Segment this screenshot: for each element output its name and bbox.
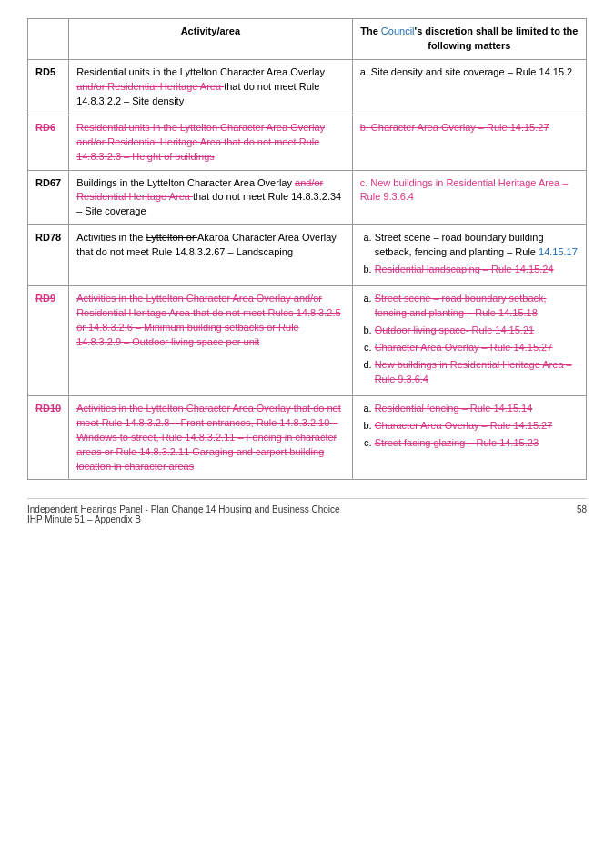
discretion-item: Street scene – road boundary setback, fe… [375, 292, 579, 321]
discretion-cell: a. Site density and site coverage – Rule… [352, 59, 586, 115]
activity-cell: Activities in the Lyttelton Character Ar… [69, 395, 353, 480]
row-id-text: RD78 [35, 232, 61, 243]
discretion-header-text: The Council's discretion shall be limite… [360, 25, 578, 51]
footer-line2: IHP Minute 51 – Appendix B [27, 514, 340, 524]
activity-text: Activities in the Lyttelton Character Ar… [76, 293, 340, 347]
row-id-text: RD5 [35, 66, 55, 77]
discretion-list: Street scene – road boundary setback, fe… [360, 292, 579, 387]
activity-header-text: Activity/area [181, 25, 240, 36]
row-id-text: RD67 [35, 177, 61, 188]
discretion-item: Street scene – road boundary building se… [375, 231, 579, 260]
discretion-item: New buildings in Residential Heritage Ar… [375, 358, 579, 387]
discretion-cell: Street scene – road boundary building se… [352, 225, 586, 286]
discretion-cell: Street scene – road boundary setback, fe… [352, 286, 586, 396]
col-activity-header: Activity/area [69, 19, 353, 60]
discretion-item: Residential fencing – Rule 14.15.14 [375, 402, 579, 416]
footer-page-number: 58 [577, 504, 587, 524]
discretion-cell: b. Character Area Overlay – Rule 14.15.2… [352, 115, 586, 170]
row-id-rd6: RD6 [28, 115, 69, 170]
row-id-rd78: RD78 [28, 225, 69, 286]
council-link[interactable]: Council [381, 25, 415, 36]
discretion-cell: c. New buildings in Residential Heritage… [352, 170, 586, 225]
page-footer: Independent Hearings Panel - Plan Change… [27, 498, 587, 524]
discretion-cell: Residential fencing – Rule 14.15.14Chara… [352, 395, 586, 480]
discretion-list: Street scene – road boundary building se… [360, 231, 579, 277]
discretion-list: Residential fencing – Rule 14.15.14Chara… [360, 402, 579, 451]
activity-cell: Residential units in the Lyttelton Chara… [69, 115, 353, 170]
discretion-item: Character Area Overlay – Rule 14.15.27 [375, 341, 579, 355]
activity-text: Buildings in the Lyttelton Character Are… [76, 177, 341, 217]
main-table: Activity/area The Council's discretion s… [27, 18, 587, 480]
discretion-item: Residential landscaping – Rule 14.15.24 [375, 263, 579, 277]
activity-text: Residential units in the Lyttelton Chara… [76, 66, 325, 106]
activity-cell: Activities in the Lyttelton Character Ar… [69, 286, 353, 396]
page-content: Activity/area The Council's discretion s… [27, 18, 587, 524]
activity-cell: Activities in the Lyttelton or Akaroa Ch… [69, 225, 353, 286]
activity-cell: Residential units in the Lyttelton Chara… [69, 59, 353, 115]
row-id-rd5: RD5 [28, 59, 69, 115]
rule-link[interactable]: 14.15.17 [539, 246, 578, 257]
activity-cell: Buildings in the Lyttelton Character Are… [69, 170, 353, 225]
footer-left: Independent Hearings Panel - Plan Change… [27, 504, 340, 524]
discretion-item: Outdoor living space- Rule 14.15.21 [375, 324, 579, 338]
discretion-item: Character Area Overlay – Rule 14.15.27 [375, 419, 579, 434]
activity-text: Activities in the Lyttelton or Akaroa Ch… [76, 232, 337, 257]
row-id-rd67: RD67 [28, 170, 69, 225]
activity-text: Activities in the Lyttelton Character Ar… [76, 403, 341, 472]
col-id-header [28, 19, 69, 60]
col-discretion-header: The Council's discretion shall be limite… [352, 19, 586, 60]
activity-text: Residential units in the Lyttelton Chara… [76, 122, 325, 162]
row-id-rd9: RD9 [28, 286, 69, 396]
discretion-item: Street facing glazing – Rule 14.15.23 [375, 436, 579, 451]
row-id-rd10: RD10 [28, 395, 69, 480]
footer-line1: Independent Hearings Panel - Plan Change… [27, 504, 340, 514]
